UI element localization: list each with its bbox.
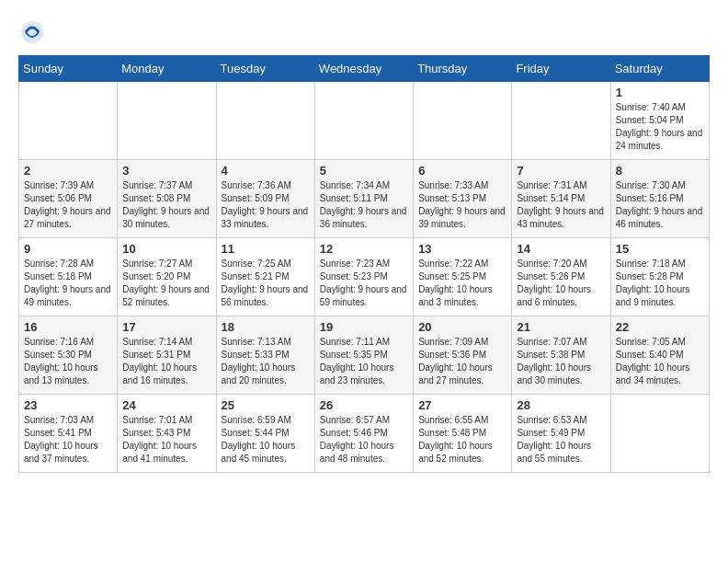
weekday-header-thursday: Thursday: [414, 56, 512, 82]
day-info: Sunrise: 7:13 AM Sunset: 5:33 PM Dayligh…: [222, 336, 310, 387]
page-header: [18, 18, 710, 46]
day-info: Sunrise: 7:27 AM Sunset: 5:20 PM Dayligh…: [122, 258, 210, 309]
logo-icon: [18, 18, 46, 46]
day-info: Sunrise: 7:37 AM Sunset: 5:08 PM Dayligh…: [122, 179, 210, 231]
calendar-cell: 21Sunrise: 7:07 AM Sunset: 5:38 PM Dayli…: [512, 316, 610, 395]
day-number: 19: [320, 320, 408, 334]
calendar-cell: [216, 82, 314, 160]
calendar-cell: 6Sunrise: 7:33 AM Sunset: 5:13 PM Daylig…: [414, 160, 512, 238]
weekday-header-saturday: Saturday: [610, 56, 709, 82]
calendar-cell: 24Sunrise: 7:01 AM Sunset: 5:43 PM Dayli…: [118, 395, 216, 473]
day-number: 12: [320, 242, 408, 256]
day-number: 11: [222, 242, 310, 256]
calendar-cell: 7Sunrise: 7:31 AM Sunset: 5:14 PM Daylig…: [512, 160, 610, 238]
calendar-cell: [118, 82, 216, 160]
day-info: Sunrise: 7:31 AM Sunset: 5:14 PM Dayligh…: [517, 179, 605, 231]
day-info: Sunrise: 7:25 AM Sunset: 5:21 PM Dayligh…: [222, 258, 310, 309]
calendar-cell: 11Sunrise: 7:25 AM Sunset: 5:21 PM Dayli…: [216, 238, 314, 316]
day-number: 26: [320, 398, 408, 412]
calendar-cell: 5Sunrise: 7:34 AM Sunset: 5:11 PM Daylig…: [314, 160, 413, 238]
calendar-week-1: 2Sunrise: 7:39 AM Sunset: 5:06 PM Daylig…: [19, 160, 710, 238]
day-number: 27: [418, 398, 506, 412]
calendar-table: SundayMondayTuesdayWednesdayThursdayFrid…: [18, 55, 710, 473]
day-number: 24: [122, 398, 210, 412]
day-number: 28: [517, 398, 605, 412]
day-number: 8: [616, 164, 704, 178]
day-info: Sunrise: 7:40 AM Sunset: 5:04 PM Dayligh…: [616, 101, 704, 153]
calendar-cell: 28Sunrise: 6:53 AM Sunset: 5:49 PM Dayli…: [512, 395, 610, 473]
day-info: Sunrise: 7:18 AM Sunset: 5:28 PM Dayligh…: [616, 258, 704, 309]
calendar-cell: 12Sunrise: 7:23 AM Sunset: 5:23 PM Dayli…: [314, 238, 413, 316]
calendar-cell: 9Sunrise: 7:28 AM Sunset: 5:18 PM Daylig…: [19, 238, 118, 316]
calendar-cell: [19, 82, 118, 160]
calendar-cell: 23Sunrise: 7:03 AM Sunset: 5:41 PM Dayli…: [19, 395, 118, 473]
calendar-cell: 18Sunrise: 7:13 AM Sunset: 5:33 PM Dayli…: [216, 316, 314, 395]
weekday-header-sunday: Sunday: [19, 56, 118, 82]
calendar-cell: 22Sunrise: 7:05 AM Sunset: 5:40 PM Dayli…: [610, 316, 709, 395]
calendar-week-0: 1Sunrise: 7:40 AM Sunset: 5:04 PM Daylig…: [19, 82, 710, 160]
day-info: Sunrise: 7:07 AM Sunset: 5:38 PM Dayligh…: [517, 336, 605, 387]
day-info: Sunrise: 7:34 AM Sunset: 5:11 PM Dayligh…: [320, 179, 408, 231]
day-info: Sunrise: 7:28 AM Sunset: 5:18 PM Dayligh…: [24, 258, 112, 309]
calendar-cell: 25Sunrise: 6:59 AM Sunset: 5:44 PM Dayli…: [216, 395, 314, 473]
day-number: 25: [222, 398, 310, 412]
calendar-cell: 2Sunrise: 7:39 AM Sunset: 5:06 PM Daylig…: [19, 160, 118, 238]
day-number: 15: [616, 242, 704, 256]
day-info: Sunrise: 7:23 AM Sunset: 5:23 PM Dayligh…: [320, 258, 408, 309]
weekday-header-wednesday: Wednesday: [314, 56, 413, 82]
svg-point-0: [21, 21, 43, 43]
day-number: 14: [517, 242, 605, 256]
day-number: 1: [616, 86, 704, 99]
weekday-header-monday: Monday: [118, 56, 216, 82]
day-number: 9: [24, 242, 112, 256]
day-number: 22: [616, 320, 704, 334]
day-info: Sunrise: 7:01 AM Sunset: 5:43 PM Dayligh…: [122, 414, 210, 465]
calendar-week-3: 16Sunrise: 7:16 AM Sunset: 5:30 PM Dayli…: [19, 316, 710, 395]
calendar-week-2: 9Sunrise: 7:28 AM Sunset: 5:18 PM Daylig…: [19, 238, 710, 316]
calendar-cell: 13Sunrise: 7:22 AM Sunset: 5:25 PM Dayli…: [414, 238, 512, 316]
day-number: 20: [418, 320, 506, 334]
calendar-cell: [314, 82, 413, 160]
day-number: 16: [24, 320, 112, 334]
calendar-header-row: SundayMondayTuesdayWednesdayThursdayFrid…: [19, 56, 710, 82]
day-number: 10: [122, 242, 210, 256]
day-info: Sunrise: 7:33 AM Sunset: 5:13 PM Dayligh…: [418, 179, 506, 231]
calendar-cell: 19Sunrise: 7:11 AM Sunset: 5:35 PM Dayli…: [314, 316, 413, 395]
day-info: Sunrise: 7:20 AM Sunset: 5:26 PM Dayligh…: [517, 258, 605, 309]
calendar-week-4: 23Sunrise: 7:03 AM Sunset: 5:41 PM Dayli…: [19, 395, 710, 473]
day-info: Sunrise: 7:39 AM Sunset: 5:06 PM Dayligh…: [24, 179, 112, 231]
calendar-cell: 27Sunrise: 6:55 AM Sunset: 5:48 PM Dayli…: [414, 395, 512, 473]
day-info: Sunrise: 7:03 AM Sunset: 5:41 PM Dayligh…: [24, 414, 112, 465]
weekday-header-friday: Friday: [512, 56, 610, 82]
calendar-cell: 8Sunrise: 7:30 AM Sunset: 5:16 PM Daylig…: [610, 160, 709, 238]
day-info: Sunrise: 6:59 AM Sunset: 5:44 PM Dayligh…: [222, 414, 310, 465]
calendar-cell: [512, 82, 610, 160]
day-info: Sunrise: 6:55 AM Sunset: 5:48 PM Dayligh…: [418, 414, 506, 465]
day-info: Sunrise: 7:22 AM Sunset: 5:25 PM Dayligh…: [418, 258, 506, 309]
day-info: Sunrise: 7:30 AM Sunset: 5:16 PM Dayligh…: [616, 179, 704, 231]
calendar-cell: 4Sunrise: 7:36 AM Sunset: 5:09 PM Daylig…: [216, 160, 314, 238]
calendar-cell: 1Sunrise: 7:40 AM Sunset: 5:04 PM Daylig…: [610, 82, 709, 160]
day-number: 7: [517, 164, 605, 178]
calendar-cell: 14Sunrise: 7:20 AM Sunset: 5:26 PM Dayli…: [512, 238, 610, 316]
day-number: 2: [24, 164, 112, 178]
day-number: 23: [24, 398, 112, 412]
calendar-cell: 10Sunrise: 7:27 AM Sunset: 5:20 PM Dayli…: [118, 238, 216, 316]
calendar-cell: 15Sunrise: 7:18 AM Sunset: 5:28 PM Dayli…: [610, 238, 709, 316]
weekday-header-tuesday: Tuesday: [216, 56, 314, 82]
day-info: Sunrise: 6:53 AM Sunset: 5:49 PM Dayligh…: [517, 414, 605, 465]
calendar-cell: 17Sunrise: 7:14 AM Sunset: 5:31 PM Dayli…: [118, 316, 216, 395]
day-number: 21: [517, 320, 605, 334]
calendar-cell: [610, 395, 709, 473]
calendar-cell: 26Sunrise: 6:57 AM Sunset: 5:46 PM Dayli…: [314, 395, 413, 473]
day-info: Sunrise: 7:14 AM Sunset: 5:31 PM Dayligh…: [122, 336, 210, 387]
day-info: Sunrise: 7:36 AM Sunset: 5:09 PM Dayligh…: [222, 179, 310, 231]
day-info: Sunrise: 7:16 AM Sunset: 5:30 PM Dayligh…: [24, 336, 112, 387]
day-info: Sunrise: 6:57 AM Sunset: 5:46 PM Dayligh…: [320, 414, 408, 465]
calendar-cell: 3Sunrise: 7:37 AM Sunset: 5:08 PM Daylig…: [118, 160, 216, 238]
day-number: 5: [320, 164, 408, 178]
day-number: 3: [122, 164, 210, 178]
day-number: 6: [418, 164, 506, 178]
day-number: 13: [418, 242, 506, 256]
day-info: Sunrise: 7:05 AM Sunset: 5:40 PM Dayligh…: [616, 336, 704, 387]
